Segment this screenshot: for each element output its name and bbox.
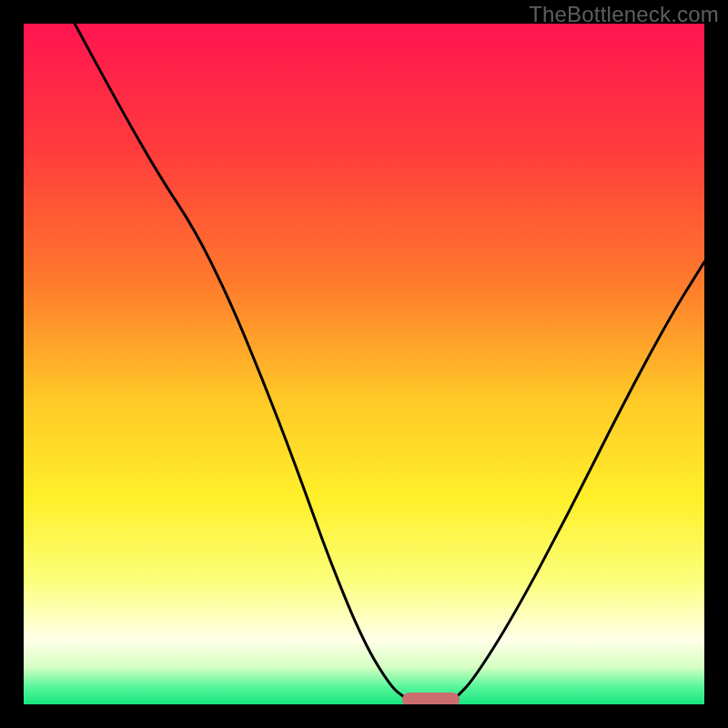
bottleneck-curve-left [75, 24, 405, 698]
chart-frame: TheBottleneck.com [0, 0, 728, 728]
watermark-text: TheBottleneck.com [529, 2, 719, 27]
plot-area [24, 24, 704, 704]
bottleneck-curve-right [456, 262, 704, 698]
optimal-marker [402, 693, 460, 704]
bottleneck-curve [24, 24, 704, 704]
